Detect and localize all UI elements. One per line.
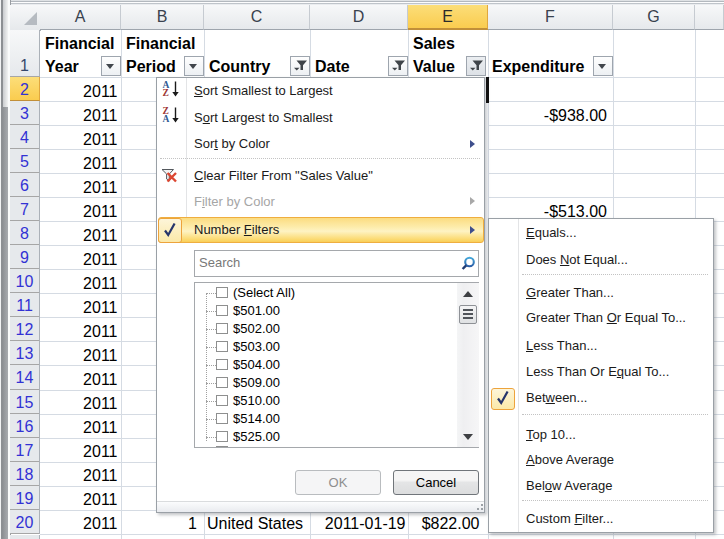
svg-text:A: A <box>162 114 169 124</box>
svg-text:Z: Z <box>162 88 168 98</box>
